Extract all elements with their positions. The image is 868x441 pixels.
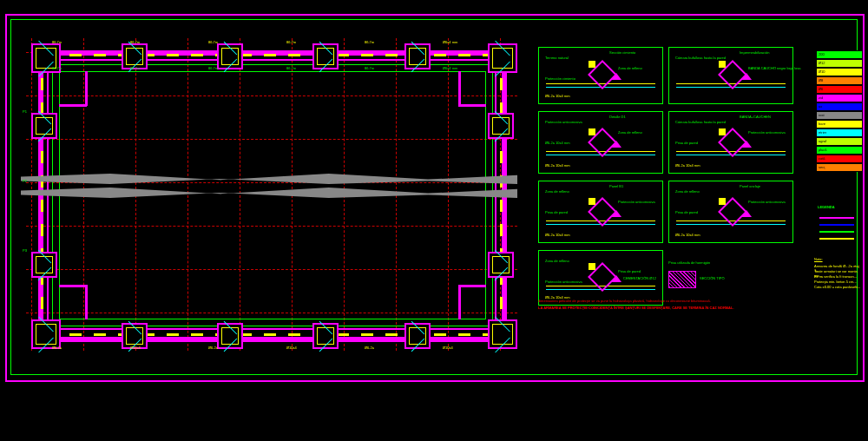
pier-label: P2 xyxy=(23,179,27,183)
detail-title: Panel anclaje xyxy=(740,184,760,188)
rebar-dot xyxy=(589,198,595,205)
legend-line xyxy=(819,224,854,226)
rebar-tick xyxy=(264,54,276,56)
jog xyxy=(85,285,88,319)
footing xyxy=(217,43,243,69)
rebar-tick xyxy=(191,54,203,56)
detail-title: BANDA+CAUCHEN xyxy=(740,115,771,119)
pier-label: P3 xyxy=(23,248,27,253)
detail-label: Ø6.2a 10x4 mm xyxy=(545,141,569,145)
legend-swatch: placă xyxy=(816,146,863,155)
footing xyxy=(312,323,339,349)
rebar-tick xyxy=(337,333,349,336)
detail-label: Prisa de pared xyxy=(618,269,641,273)
rebar-dot xyxy=(589,128,595,135)
rebar-tick xyxy=(69,333,82,336)
detail-label: Terreno natural xyxy=(545,56,569,60)
legend-swatch: cotă xyxy=(816,155,863,163)
note-construction-2: LA ARMAREA SE PROTECŢIE·COINCIDENŢĂ ÎNTR… xyxy=(538,306,799,310)
detail-label: Prisa de pared xyxy=(675,210,698,214)
legend-note: Protecţia min. beton 5 cm... xyxy=(814,280,865,284)
legend-note: Cota ±0.00 = cota pardoselii... xyxy=(814,285,865,289)
rebar-tick xyxy=(500,297,503,309)
jog xyxy=(458,71,461,106)
legend-line xyxy=(819,217,854,219)
footing xyxy=(217,323,243,349)
detail-label: Protección cimiento xyxy=(545,76,575,81)
rebar-tick xyxy=(500,224,503,236)
footing xyxy=(488,252,514,278)
rebar-dot xyxy=(719,128,726,135)
rebar-tick xyxy=(191,333,203,336)
rebar-tick xyxy=(385,333,398,336)
legend-line xyxy=(819,231,854,233)
dimension-text: Ø10x4 xyxy=(286,346,297,350)
rebar-tick xyxy=(41,224,43,236)
detail-title: Panel B1 xyxy=(609,184,623,188)
pier-label: P1 xyxy=(23,109,27,114)
detail-label: Prisa de pared xyxy=(675,141,698,145)
legend-swatch: secţ xyxy=(816,163,863,172)
rebar-tick xyxy=(41,200,43,212)
rebar-tick xyxy=(385,54,398,56)
cad-canvas[interactable]: 86.7m86.7m86.7m86.7m86.7m86.7m86.7m86.7m… xyxy=(0,0,868,441)
notes-title: Note: xyxy=(814,257,823,261)
dimension-text: 86.7m xyxy=(286,40,296,44)
wall-bot-outer xyxy=(42,337,502,342)
jog xyxy=(59,104,87,107)
rebar-callout: Ø6.2a 10x4 mm xyxy=(675,233,700,237)
rebar-tick xyxy=(458,54,470,56)
dimension-text: 86.7m xyxy=(208,40,218,44)
detail-label: Zona de relleno xyxy=(675,189,700,194)
legend-swatch: Ø8 xyxy=(816,76,863,85)
dimension-text: 86.7m xyxy=(130,40,140,44)
detail-label: Zona de relleno xyxy=(618,66,642,70)
detail-label: Protección anticorrosiva xyxy=(748,130,786,135)
dimension-text: Ø6.2a xyxy=(52,346,62,350)
footing xyxy=(488,319,517,349)
dimension-text: Ø6x4 mm xyxy=(443,40,457,44)
note-construction-1: dimensiunea peliculei de protecţie se va… xyxy=(538,299,799,303)
sample-label-right: SECCIÓN TIPO xyxy=(700,276,725,280)
detail-label: Protección anticorrosiva xyxy=(748,200,786,204)
jog xyxy=(458,285,461,319)
sample-callout: Prisa utilizada de hormigón xyxy=(668,260,710,265)
rebar-tick xyxy=(434,54,446,56)
rebar-dot xyxy=(589,263,595,270)
detail-label: Protección anticorrosiva xyxy=(545,120,582,124)
detail-label: Protección anticorrosiva xyxy=(545,280,582,284)
legend-note: Se va verifica la fi tronson... xyxy=(814,274,865,279)
detail-label: Zona de relleno xyxy=(618,130,642,135)
rebar-tick xyxy=(41,151,43,163)
rebar-tick xyxy=(288,54,300,56)
dimension-text: 86.7m xyxy=(208,66,218,70)
legend-line xyxy=(819,238,854,240)
dimension-text: 86.7m xyxy=(365,66,374,70)
wall-bot-inner xyxy=(42,328,502,330)
detail-title: Detalle D1 xyxy=(609,115,626,119)
detail-label: Protección anticorrosiva xyxy=(618,200,655,204)
rebar-tick xyxy=(41,297,43,309)
jog xyxy=(59,285,87,287)
legend-swatch: zid xyxy=(816,94,863,102)
rebar-tick xyxy=(69,54,82,56)
rebar-tick xyxy=(500,78,503,90)
rebar-callout: Ø6.2a 10x4 mm xyxy=(545,233,569,237)
legend-swatch: rost xyxy=(816,111,863,120)
detail-label: Cámara bufa/losa hasta la pared xyxy=(675,120,726,124)
rebar-tick xyxy=(94,54,106,56)
dimension-text: Ø10x4 xyxy=(443,346,453,350)
rebar-callout: Ø6.2a 10x4 mm xyxy=(545,163,569,168)
rebar-tick xyxy=(361,54,373,56)
legend-swatch: Ø6 xyxy=(816,85,863,94)
legend-swatch: ax xyxy=(816,102,863,111)
legend-swatch: etrier xyxy=(816,128,863,137)
rebar-tick xyxy=(500,151,503,163)
rebar-tick xyxy=(264,333,276,336)
rebar-tick xyxy=(94,333,106,336)
footing xyxy=(31,319,61,349)
legend-title: LEGENDA xyxy=(818,205,835,209)
legend-swatch: Ø10 xyxy=(816,68,863,76)
legend-swatch: 200 xyxy=(816,50,863,59)
jog xyxy=(85,71,88,106)
